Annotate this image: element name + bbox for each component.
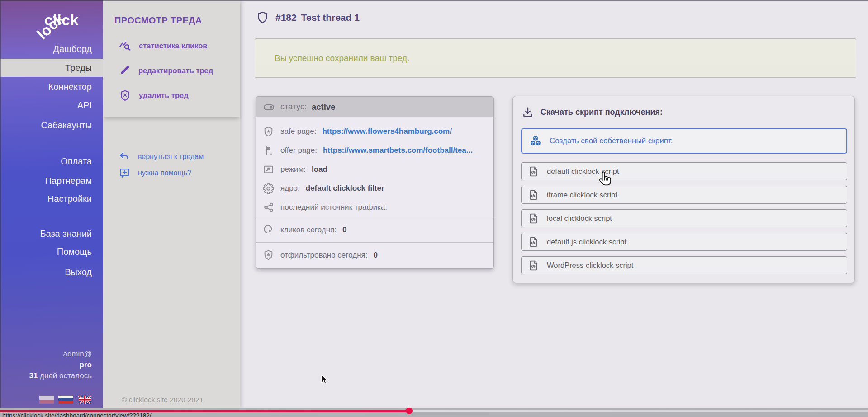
- mode-row: режим: load: [256, 160, 493, 179]
- safe-page-label: safe page:: [280, 127, 316, 136]
- thread-title-row: #182Test thread 1: [257, 11, 360, 24]
- offer-page-label: offer page:: [280, 146, 317, 155]
- default-js-clicklock-script-button[interactable]: default js clicklock script: [521, 233, 847, 251]
- safe-page-row: safe page: https://www.flowers4hamburg.c…: [256, 122, 493, 141]
- safe-page-link[interactable]: https://www.flowers4hamburg.com/: [322, 127, 452, 136]
- thread-id: #182: [275, 12, 297, 23]
- file-code-icon: [528, 236, 539, 248]
- uk-flag[interactable]: [77, 396, 92, 404]
- sidebar-item-payment[interactable]: Оплата: [0, 152, 103, 170]
- script-label: WordPress clicklock script: [547, 261, 633, 270]
- clicks-today-value: 0: [342, 225, 346, 234]
- sidebar-item-threads[interactable]: Треды: [0, 59, 103, 77]
- script-label: local clicklock script: [547, 214, 612, 223]
- days-left: 31 дней осталось: [29, 370, 92, 381]
- russian-flag[interactable]: [58, 396, 73, 404]
- download-script-title: Скачать скрипт подключения:: [541, 108, 663, 117]
- undo-icon: [119, 151, 130, 162]
- sidebar-item-subaccounts[interactable]: Сабакаунты: [0, 116, 103, 134]
- need-help-label: нужна помощь?: [138, 169, 191, 177]
- polish-flag[interactable]: [39, 396, 54, 404]
- status-label: статус:: [280, 102, 307, 112]
- default-clicklock-script-button[interactable]: default clicklock script: [521, 162, 847, 180]
- last-traffic-source-label: последний источник трафика:: [280, 203, 387, 212]
- file-code-icon: [528, 166, 539, 177]
- stats-search-icon: [119, 40, 131, 52]
- iframe-clicklock-script-button[interactable]: iframe clicklock script: [521, 186, 847, 204]
- pencil-icon: [119, 65, 131, 76]
- page-title: #182Test thread 1: [275, 12, 360, 23]
- gear-icon: [262, 183, 275, 194]
- back-to-threads-label: вернуться к тредам: [138, 153, 204, 161]
- create-own-script-label: Создать свой собственный скрипт.: [550, 136, 673, 145]
- sidebar-item-settings[interactable]: Настройки: [0, 190, 103, 208]
- download-script-header: Скачать скрипт подключения:: [522, 106, 663, 118]
- local-clicklock-script-button[interactable]: local clicklock script: [521, 209, 847, 227]
- offer-page-row: offer page: https://www.smartbets.com/fo…: [256, 141, 493, 160]
- edit-thread-label: редактировать тред: [138, 66, 213, 75]
- click-stats-label: статистика кликов: [139, 42, 207, 50]
- edit-thread-action[interactable]: редактировать тред: [119, 65, 213, 76]
- download-icon: [522, 106, 534, 118]
- sidebar-item-api[interactable]: API: [0, 96, 103, 114]
- download-script-card: Скачать скрипт подключения: Создать свой…: [512, 96, 855, 283]
- core-label: ядро:: [280, 184, 300, 193]
- script-label: iframe clicklock script: [547, 191, 617, 199]
- sidebar: clicklock Дашборд Треды Коннектор API Са…: [0, 0, 103, 408]
- sidebar-item-help[interactable]: Помощь: [0, 243, 103, 261]
- delete-thread-label: удалить тред: [139, 91, 189, 100]
- toggle-on-icon: [262, 102, 275, 112]
- status-header: статус: active: [256, 97, 493, 117]
- thread-panel-header-section: ПРОСМОТР ТРЕДА статистика кликов редакти…: [103, 0, 240, 117]
- click-icon: [262, 224, 275, 236]
- copyright: © clicklock.site 2020-2021: [122, 396, 203, 404]
- days-number: 31: [29, 371, 38, 380]
- mode-value: load: [312, 165, 327, 174]
- shield-x-icon: [119, 89, 131, 102]
- filtered-today-value: 0: [373, 251, 377, 260]
- core-value: default clicklock filter: [306, 184, 384, 193]
- file-code-icon: [528, 260, 539, 271]
- shield-icon: [257, 11, 268, 24]
- sidebar-item-connector[interactable]: Коннектор: [0, 78, 103, 96]
- language-switcher: [39, 396, 92, 404]
- shield-star-icon: [262, 126, 275, 137]
- status-value: active: [312, 102, 335, 112]
- create-own-script-button[interactable]: Создать свой собственный скрипт.: [521, 128, 847, 154]
- screen-arrow-icon: [262, 164, 275, 175]
- share-icon: [262, 202, 275, 213]
- top-edge: [0, 0, 868, 1]
- script-label: default js clicklock script: [547, 238, 626, 246]
- sidebar-item-knowledge-base[interactable]: База знаний: [0, 225, 103, 243]
- core-row: ядро: default clicklock filter: [256, 179, 493, 198]
- need-help-link[interactable]: нужна помощь?: [119, 167, 191, 178]
- video-playhead[interactable]: [406, 408, 413, 414]
- mode-label: режим:: [280, 165, 306, 174]
- user-email: admin@: [29, 349, 92, 360]
- sidebar-item-partners[interactable]: Партнерам: [0, 172, 103, 190]
- panel-title: ПРОСМОТР ТРЕДА: [114, 15, 202, 26]
- thread-status-card: статус: active safe page: https://www.fl…: [256, 96, 494, 269]
- script-label: default clicklock script: [547, 167, 619, 176]
- filtered-today-row: отфильтровано сегодня: 0: [256, 242, 493, 267]
- wordpress-clicklock-script-button[interactable]: WordPress clicklock script: [521, 256, 847, 274]
- days-text: дней осталось: [38, 371, 92, 380]
- browser-status-url: https://clicklock.site/dashboard/connect…: [2, 412, 151, 417]
- cubes-icon: [529, 134, 542, 148]
- click-stats-action[interactable]: статистика кликов: [119, 40, 207, 52]
- user-block: admin@ pro 31 дней осталось: [29, 349, 92, 381]
- clicks-today-row: кликов сегодня: 0: [256, 217, 493, 242]
- thread-name: Test thread 1: [301, 12, 360, 23]
- success-alert-text: Вы успешно сохранили ваш тред.: [275, 53, 409, 63]
- offer-page-link[interactable]: https://www.smartbets.com/football/tea..…: [323, 146, 473, 155]
- back-to-threads-link[interactable]: вернуться к тредам: [119, 151, 204, 162]
- delete-thread-action[interactable]: удалить тред: [119, 89, 189, 102]
- user-plan: pro: [29, 360, 92, 370]
- sidebar-item-logout[interactable]: Выход: [0, 263, 103, 281]
- sidebar-item-dashboard[interactable]: Дашборд: [0, 40, 103, 58]
- flag-icon: [262, 145, 275, 156]
- last-traffic-source-row: последний источник трафика:: [256, 198, 493, 217]
- file-code-icon: [528, 189, 539, 201]
- comment-plus-icon: [119, 167, 130, 178]
- left-edge: [0, 0, 1, 408]
